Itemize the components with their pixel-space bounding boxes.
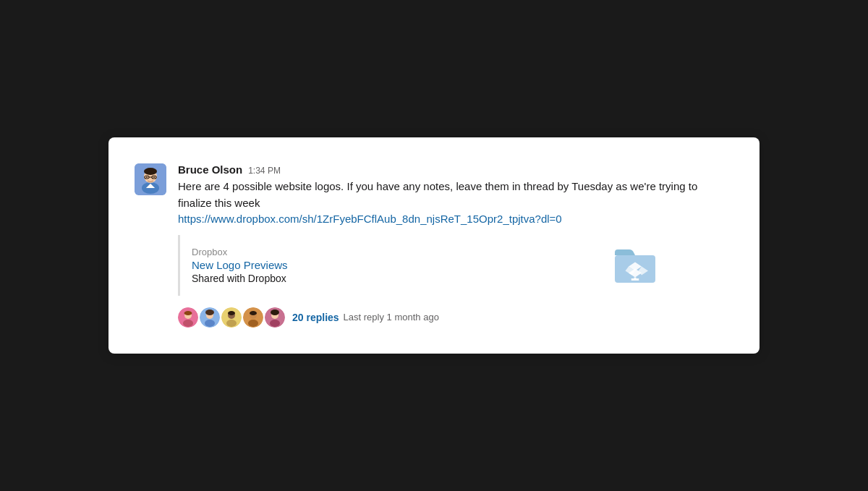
preview-subtitle: Shared with Dropbox <box>192 273 288 284</box>
svg-point-31 <box>250 311 257 315</box>
preview-title[interactable]: New Logo Previews <box>192 259 288 271</box>
svg-point-18 <box>183 320 193 327</box>
reply-avatar-4 <box>243 307 263 328</box>
svg-point-8 <box>153 176 155 178</box>
svg-point-30 <box>248 320 258 327</box>
reply-avatar-3 <box>221 307 242 328</box>
replies-row: 20 replies Last reply 1 month ago <box>178 307 725 328</box>
preview-content: Dropbox New Logo Previews Shared with Dr… <box>192 247 288 284</box>
avatar <box>135 163 166 195</box>
svg-point-27 <box>228 311 235 315</box>
preview-card: Dropbox New Logo Previews Shared with Dr… <box>178 235 670 296</box>
author-name: Bruce Olson <box>178 163 242 176</box>
svg-point-3 <box>144 168 157 175</box>
svg-point-35 <box>271 309 279 315</box>
message-header: Bruce Olson 1:34 PM <box>178 163 725 176</box>
reply-avatar-5 <box>265 307 285 328</box>
message-body: Bruce Olson 1:34 PM Here are 4 possible … <box>178 163 725 328</box>
svg-point-22 <box>205 320 215 327</box>
preview-source: Dropbox <box>192 247 288 257</box>
reply-avatars <box>178 307 285 328</box>
svg-point-7 <box>146 176 148 178</box>
replies-last: Last reply 1 month ago <box>344 312 439 323</box>
reply-avatar-1 <box>178 307 198 328</box>
svg-point-23 <box>205 309 214 315</box>
message-card: Bruce Olson 1:34 PM Here are 4 possible … <box>109 137 760 354</box>
reply-avatar-2 <box>200 307 220 328</box>
dropbox-folder-icon <box>612 242 658 289</box>
timestamp: 1:34 PM <box>248 166 281 176</box>
replies-count[interactable]: 20 replies <box>292 312 339 323</box>
message-text: Here are 4 possible website logos. If yo… <box>178 179 725 228</box>
message-row: Bruce Olson 1:34 PM Here are 4 possible … <box>135 163 725 328</box>
svg-point-34 <box>270 320 280 327</box>
svg-point-26 <box>226 320 237 327</box>
dropbox-link[interactable]: https://www.dropbox.com/sh/1ZrFyebFCflAu… <box>178 213 562 225</box>
svg-point-19 <box>184 311 192 315</box>
